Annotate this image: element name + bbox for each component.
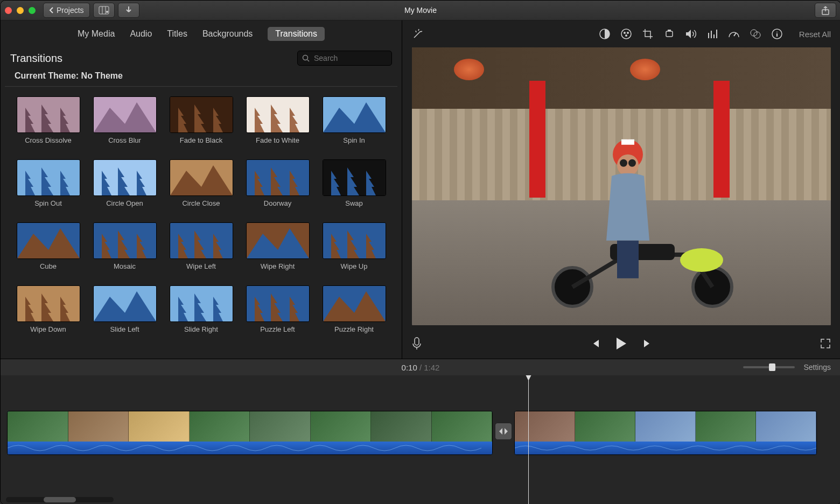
transition-thumbnail [93, 285, 157, 322]
transition-label: Slide Left [110, 325, 139, 333]
transition-thumbnail [323, 96, 386, 133]
transition-item[interactable]: Slide Left [92, 285, 158, 333]
transition-item[interactable]: Circle Close [168, 159, 235, 207]
transition-item[interactable]: Fade to White [244, 96, 311, 144]
color-wheel-icon[interactable] [620, 28, 632, 40]
transition-thumbnail [17, 159, 80, 196]
browser-tabs: My Media Audio Titles Backgrounds Transi… [1, 20, 402, 47]
transition-label: Circle Close [182, 199, 220, 207]
playhead[interactable] [528, 375, 529, 504]
media-browser: My Media Audio Titles Backgrounds Transi… [1, 20, 402, 359]
transition-label: Circle Open [106, 199, 143, 207]
tab-my-media[interactable]: My Media [78, 29, 115, 39]
svg-point-42 [628, 159, 636, 167]
speed-icon[interactable] [728, 28, 740, 40]
tab-backgrounds[interactable]: Backgrounds [202, 29, 253, 39]
info-icon[interactable] [771, 28, 783, 40]
color-balance-icon[interactable] [599, 28, 611, 40]
tab-transitions[interactable]: Transitions [268, 27, 325, 41]
transition-item[interactable]: Puzzle Right [321, 285, 388, 333]
transition-item[interactable]: Spin Out [15, 159, 82, 207]
transition-label: Fade to White [256, 136, 299, 144]
current-theme: Current Theme: No Theme [5, 70, 397, 87]
download-button[interactable] [118, 3, 139, 18]
back-label: Projects [57, 6, 84, 15]
volume-icon[interactable] [685, 28, 697, 40]
timeline-scrollbar[interactable] [6, 497, 114, 502]
transition-thumbnail [246, 285, 310, 322]
transition-label: Wipe Right [261, 262, 295, 270]
skip-back-button[interactable] [590, 338, 601, 349]
stabilize-icon[interactable] [663, 28, 675, 40]
svg-rect-43 [617, 241, 639, 278]
transition-item[interactable]: Spin In [321, 96, 388, 144]
transition-label: Puzzle Right [334, 325, 374, 333]
transition-label: Puzzle Left [260, 325, 295, 333]
transition-thumbnail [170, 96, 233, 133]
transition-label: Wipe Up [341, 262, 368, 270]
svg-point-41 [620, 159, 627, 167]
reset-all-button[interactable]: Reset All [799, 30, 831, 39]
transition-thumbnail [323, 222, 386, 259]
video-clip[interactable] [7, 411, 493, 455]
transition-item[interactable]: Cube [15, 222, 82, 270]
transition-item[interactable]: Puzzle Left [244, 285, 311, 333]
close-window[interactable] [5, 7, 12, 14]
search-field[interactable] [297, 51, 392, 66]
share-icon [822, 5, 829, 15]
transition-thumbnail [246, 96, 310, 133]
transition-item[interactable]: Wipe Right [244, 222, 311, 270]
svg-rect-29 [666, 31, 673, 37]
transition-item[interactable]: Circle Open [92, 159, 158, 207]
transition-item[interactable]: Cross Blur [92, 96, 158, 144]
transition-thumbnail [323, 285, 386, 322]
settings-button[interactable]: Settings [803, 363, 831, 372]
crop-icon[interactable] [642, 28, 654, 40]
transition-thumbnail [93, 96, 157, 133]
preview-viewport[interactable] [412, 47, 831, 325]
transition-item[interactable]: Mosaic [92, 222, 158, 270]
transition-item[interactable]: Swap [321, 159, 388, 207]
skip-forward-button[interactable] [642, 338, 653, 349]
transition-marker[interactable] [495, 423, 512, 440]
microphone-button[interactable] [412, 337, 422, 350]
share-button[interactable] [815, 3, 836, 18]
timeline[interactable] [1, 375, 840, 504]
tab-audio[interactable]: Audio [130, 29, 152, 39]
transition-thumbnail [170, 285, 233, 322]
filters-icon[interactable] [750, 28, 761, 40]
viewer-toolbar: Reset All [402, 20, 840, 47]
maximize-window[interactable] [29, 7, 36, 14]
transition-item[interactable]: Wipe Left [168, 222, 235, 270]
transition-item[interactable]: Slide Right [168, 285, 235, 333]
search-input[interactable] [313, 53, 374, 63]
zoom-slider[interactable] [743, 366, 795, 368]
back-projects-button[interactable]: Projects [43, 3, 90, 18]
transition-label: Wipe Down [30, 325, 66, 333]
fullscreen-button[interactable] [820, 338, 831, 349]
svg-point-3 [303, 55, 308, 60]
equalizer-icon[interactable] [706, 28, 718, 40]
play-button[interactable] [615, 337, 628, 351]
tab-titles[interactable]: Titles [167, 29, 187, 39]
transition-item[interactable]: Wipe Up [321, 222, 388, 270]
transitions-grid: Cross DissolveCross BlurFade to BlackFad… [1, 87, 402, 343]
chevron-left-icon [49, 7, 54, 13]
transition-item[interactable]: Wipe Down [15, 285, 82, 333]
transition-label: Cross Blur [108, 136, 141, 144]
minimize-window[interactable] [17, 7, 24, 14]
viewer-panel: Reset All [402, 20, 840, 359]
filmstrip-icon [99, 6, 109, 15]
video-clip[interactable] [514, 411, 817, 455]
magic-wand-icon[interactable] [412, 28, 424, 40]
transition-label: Spin In [343, 136, 365, 144]
transition-item[interactable]: Fade to Black [168, 96, 235, 144]
transition-item[interactable]: Doorway [244, 159, 311, 207]
transition-thumbnail [323, 159, 386, 196]
preview-frame [412, 47, 831, 325]
transition-label: Wipe Left [186, 262, 216, 270]
person-graphic [579, 125, 676, 292]
transition-item[interactable]: Cross Dissolve [15, 96, 82, 144]
download-icon [125, 6, 132, 15]
media-import-button[interactable] [93, 3, 115, 18]
